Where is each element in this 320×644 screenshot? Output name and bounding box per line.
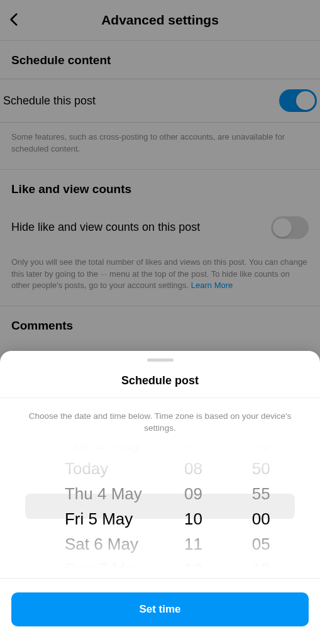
picker-option[interactable]: 07	[184, 443, 202, 456]
picker-option[interactable]: 10	[184, 506, 202, 531]
picker-option[interactable]: Sat 6 May	[65, 531, 146, 557]
picker-option[interactable]: Thu 4 May	[65, 481, 146, 506]
picker-option[interactable]: Today	[65, 456, 146, 481]
sheet-title: Schedule post	[0, 374, 320, 387]
sheet-grabber[interactable]	[147, 358, 174, 362]
picker-option[interactable]: Sun 7 May	[65, 557, 146, 569]
picker-option[interactable]: 11	[184, 531, 202, 557]
picker-option[interactable]: 55	[252, 481, 270, 506]
picker-option[interactable]: 08	[184, 456, 202, 481]
picker-option[interactable]: 50	[252, 456, 270, 481]
picker-option[interactable]: Tue 2 May	[65, 443, 146, 456]
picker-option[interactable]: 45	[252, 443, 270, 456]
set-time-button[interactable]: Set time	[11, 592, 309, 626]
picker-option[interactable]: 09	[184, 481, 202, 506]
datetime-picker: Tue 2 MayTodayThu 4 MayFri 5 MaySat 6 Ma…	[25, 443, 295, 569]
picker-option[interactable]: 00	[252, 506, 270, 531]
hour-wheel[interactable]: 07080910111213	[160, 443, 228, 569]
picker-option[interactable]: 10	[252, 557, 270, 569]
picker-option[interactable]: 12	[184, 557, 202, 569]
schedule-post-sheet: Schedule post Choose the date and time b…	[0, 351, 320, 644]
picker-option[interactable]: Fri 5 May	[65, 506, 146, 531]
minute-wheel[interactable]: 45505500051015	[227, 443, 295, 569]
date-wheel[interactable]: Tue 2 MayTodayThu 4 MayFri 5 MaySat 6 Ma…	[25, 443, 160, 569]
picker-option[interactable]: 05	[252, 531, 270, 557]
sheet-hint: Choose the date and time below. Time zon…	[0, 398, 320, 440]
